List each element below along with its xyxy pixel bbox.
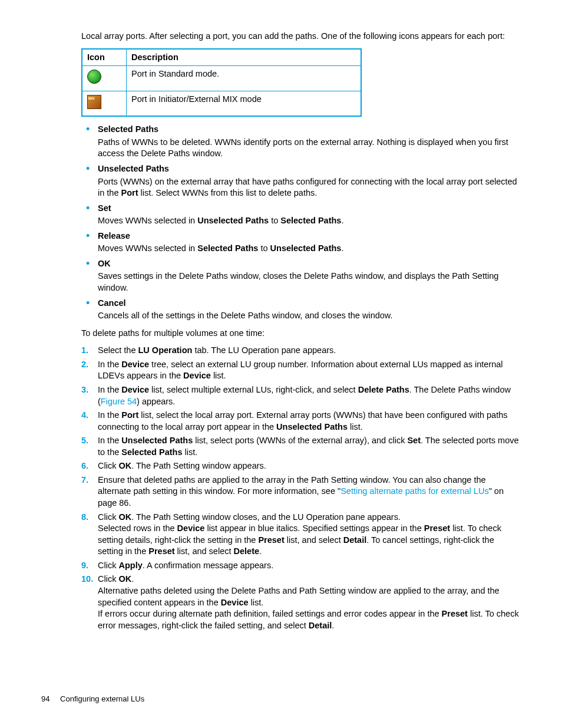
step: In the Device list, select multiple exte… [81,384,521,407]
list-item: Release Moves WWNs selected in Selected … [81,230,521,255]
footer-title: Configuring external LUs [60,694,144,703]
cell-desc: Port in Initiator/External MIX mode [127,91,362,116]
list-item: OK Saves settings in the Delete Paths wi… [81,258,521,294]
step: Click Apply. A confirmation message appe… [81,560,521,572]
term: Unselected Paths [98,163,521,175]
th-icon: Icon [82,49,127,66]
step: Click OK.Alternative paths deleted using… [81,574,521,631]
page-footer: 94 Configuring external LUs [41,694,144,704]
step: Click OK. The Path Setting window closes… [81,512,521,558]
term: Cancel [98,298,521,309]
step: Ensure that deleted paths are applied to… [81,475,521,509]
step: Select the LU Operation tab. The LU Oper… [81,345,521,357]
port-standard-icon [87,70,101,84]
lead-paragraph: To delete paths for multiple volumes at … [81,328,521,340]
cell-icon [82,91,127,116]
port-mix-icon [87,95,101,109]
list-item: Set Moves WWNs selected in Unselected Pa… [81,203,521,227]
table-row: Port in Standard mode. [82,66,361,91]
step: In the Port list, select the local array… [81,410,521,433]
definition: Ports (WWNs) on the external array that … [98,176,521,199]
list-item: Cancel Cancels all of the settings in th… [81,298,521,322]
icon-description-table: Icon Description Port in Standard mode. … [81,48,362,117]
cell-icon [82,66,127,91]
procedure-list: Select the LU Operation tab. The LU Oper… [81,345,521,631]
definitions-list: Selected Paths Paths of WWNs to be delet… [81,124,521,321]
table-row: Port in Initiator/External MIX mode [82,91,361,116]
definition: Paths of WWNs to be deleted. WWNs identi… [98,137,521,160]
definition: Cancels all of the settings in the Delet… [98,310,521,322]
step: Click OK. The Path Setting window appear… [81,460,521,472]
content-block: Local array ports. After selecting a por… [81,31,521,322]
definition: Moves WWNs selected in Unselected Paths … [98,215,521,227]
step: In the Unselected Paths list, select por… [81,435,521,458]
term: Selected Paths [98,124,521,136]
definition: Saves settings in the Delete Paths windo… [98,271,521,294]
term: OK [98,258,521,270]
term: Release [98,230,521,242]
definition: Moves WWNs selected in Selected Paths to… [98,243,521,255]
step: In the Device tree, select an external L… [81,359,521,382]
page-number: 94 [41,694,49,703]
th-description: Description [127,49,362,66]
intro-paragraph: Local array ports. After selecting a por… [81,31,521,42]
term: Set [98,203,521,215]
list-item: Selected Paths Paths of WWNs to be delet… [81,124,521,160]
list-item: Unselected Paths Ports (WWNs) on the ext… [81,163,521,199]
cell-desc: Port in Standard mode. [127,66,362,91]
page: Local array ports. After selecting a por… [0,0,562,728]
